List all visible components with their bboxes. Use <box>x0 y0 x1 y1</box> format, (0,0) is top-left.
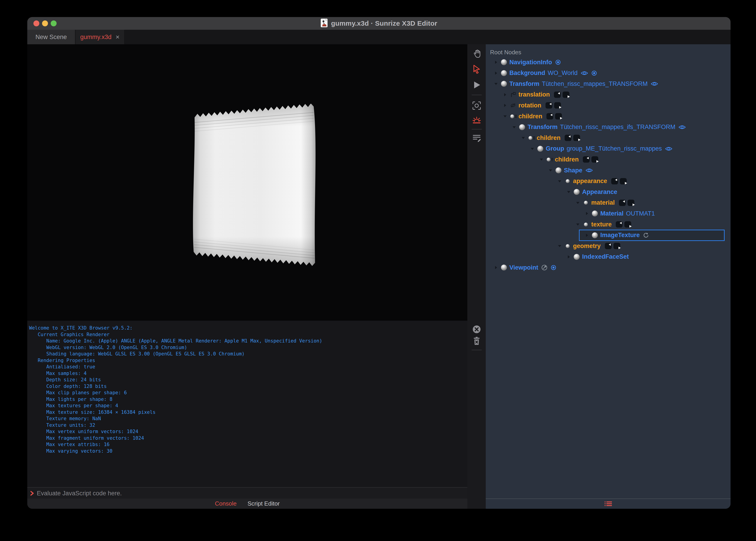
tree-row-viewpoint[interactable]: Viewpoint <box>486 262 731 273</box>
node-type-label[interactable]: IndexedFaceSet <box>582 253 629 260</box>
expander-icon[interactable] <box>557 176 562 187</box>
pouch-3d-model[interactable] <box>191 104 319 267</box>
expander-icon[interactable] <box>530 143 535 154</box>
tree-row-children[interactable]: children <box>486 111 731 122</box>
traffic-light-zoom[interactable] <box>51 20 57 26</box>
expander-icon[interactable] <box>493 68 498 79</box>
node-type-label[interactable]: ImageTexture <box>600 232 640 239</box>
expander-icon[interactable] <box>503 100 508 111</box>
tree-row-indexedfaceset[interactable]: IndexedFaceSet <box>486 252 731 262</box>
console-input[interactable]: Evaluate JavaScript code here. <box>37 490 122 497</box>
field-label[interactable]: children <box>537 135 561 142</box>
wrench-icon[interactable] <box>541 265 548 271</box>
node-type-label[interactable]: Viewpoint <box>509 264 538 271</box>
expander-icon[interactable] <box>493 78 498 89</box>
route-connectors-icon[interactable] <box>611 177 628 185</box>
bind-target-icon[interactable] <box>551 265 556 270</box>
tab-close-icon[interactable]: × <box>116 33 120 41</box>
node-type-label[interactable]: Background <box>509 70 545 77</box>
tree-row-appearance[interactable]: appearance <box>486 176 731 187</box>
tab-new-scene[interactable]: New Scene <box>27 30 75 44</box>
expander-icon[interactable] <box>493 57 498 68</box>
visibility-eye-icon[interactable] <box>651 81 658 87</box>
route-connectors-icon[interactable] <box>545 101 563 110</box>
route-connectors-icon[interactable] <box>554 91 571 99</box>
node-type-label[interactable]: NavigationInfo <box>509 59 552 66</box>
visibility-eye-icon[interactable] <box>665 146 673 152</box>
field-label[interactable]: translation <box>518 91 550 98</box>
node-def-name[interactable]: Tütchen_rissc_mappes_TRANSFORM <box>542 80 648 87</box>
expander-icon[interactable] <box>575 197 580 208</box>
expander-icon[interactable] <box>512 122 517 133</box>
list-icon[interactable] <box>604 501 612 508</box>
node-def-name[interactable]: Tütchen_rissc_mappes_ifs_TRANSFORM <box>560 124 675 131</box>
field-label[interactable]: rotation <box>518 102 541 109</box>
tree-row-texture[interactable]: texture <box>486 219 731 230</box>
visibility-eye-icon[interactable] <box>581 70 588 76</box>
field-label[interactable]: material <box>591 199 615 206</box>
expander-icon[interactable] <box>521 132 526 143</box>
visibility-eye-icon[interactable] <box>678 125 686 130</box>
expander-icon[interactable] <box>584 208 589 219</box>
field-label[interactable]: children <box>555 156 579 163</box>
node-type-label[interactable]: Material <box>600 210 623 217</box>
visibility-eye-icon[interactable] <box>585 168 593 173</box>
tree-row-children[interactable]: children <box>486 154 731 165</box>
route-connectors-icon[interactable] <box>546 112 563 120</box>
bind-target-icon[interactable] <box>591 70 597 76</box>
bind-target-icon[interactable] <box>555 59 561 65</box>
tree-row-geometry[interactable]: geometry <box>486 241 731 252</box>
expander-icon[interactable] <box>584 230 589 241</box>
field-label[interactable]: texture <box>591 221 612 228</box>
field-label[interactable]: geometry <box>573 243 601 250</box>
route-connectors-icon[interactable] <box>605 242 622 250</box>
node-type-label[interactable]: Transform <box>509 80 539 87</box>
node-type-label[interactable]: Transform <box>528 124 558 131</box>
clear-circle-x-icon[interactable] <box>472 324 481 334</box>
node-type-label[interactable]: Appearance <box>582 189 617 196</box>
play-icon[interactable] <box>472 80 482 90</box>
tree-row-appearance[interactable]: Appearance <box>486 187 731 197</box>
tree-row-translation[interactable]: translation <box>486 89 731 100</box>
tree-row-children[interactable]: children <box>486 132 731 143</box>
route-connectors-icon[interactable] <box>583 155 600 164</box>
tree-row-material[interactable]: material <box>486 197 731 208</box>
node-def-name[interactable]: WO_World <box>548 70 578 77</box>
3d-viewport[interactable] <box>27 44 467 321</box>
expander-icon[interactable] <box>566 187 571 197</box>
node-def-name[interactable]: group_ME_Tütchen_rissc_mappes <box>567 145 662 152</box>
script-edit-icon[interactable] <box>472 133 482 143</box>
trash-icon[interactable] <box>472 336 481 346</box>
snapshot-icon[interactable] <box>472 101 482 111</box>
tab-console[interactable]: Console <box>215 500 236 507</box>
select-arrow-icon[interactable] <box>472 64 482 74</box>
console-output[interactable]: Welcome to X_ITE X3D Browser v9.5.2: Cur… <box>27 321 467 487</box>
tree-row-background[interactable]: BackgroundWO_World <box>486 68 731 79</box>
sunrise-icon[interactable] <box>471 115 482 125</box>
tree-row-rotation[interactable]: rotation <box>486 100 731 111</box>
tab-script-editor[interactable]: Script Editor <box>248 500 280 507</box>
expander-icon[interactable] <box>557 241 562 252</box>
route-connectors-icon[interactable] <box>616 220 633 229</box>
field-label[interactable]: children <box>518 113 542 120</box>
expander-icon[interactable] <box>493 262 498 273</box>
tab-gummy-x3d[interactable]: gummy.x3d × <box>75 30 125 44</box>
tree-row-shape[interactable]: Shape <box>486 165 731 176</box>
tree-row-transform[interactable]: TransformTütchen_rissc_mappes_ifs_TRANSF… <box>486 122 731 133</box>
field-label[interactable]: appearance <box>573 178 607 185</box>
route-connectors-icon[interactable] <box>619 199 636 207</box>
expander-icon[interactable] <box>575 219 580 230</box>
tree-row-transform[interactable]: TransformTütchen_rissc_mappes_TRANSFORM <box>486 78 731 89</box>
tree-row-imagetexture[interactable]: ImageTexture <box>486 230 731 241</box>
traffic-light-minimize[interactable] <box>42 20 48 26</box>
expander-icon[interactable] <box>503 111 508 122</box>
expander-icon[interactable] <box>548 165 553 176</box>
node-type-label[interactable]: Shape <box>564 167 582 174</box>
tree-row-material[interactable]: MaterialOUTMAT1 <box>486 208 731 219</box>
tree-row-group[interactable]: Groupgroup_ME_Tütchen_rissc_mappes <box>486 143 731 154</box>
node-type-label[interactable]: Group <box>546 145 564 152</box>
console-prompt-row[interactable]: Evaluate JavaScript code here. <box>27 487 467 499</box>
expander-icon[interactable] <box>503 89 508 100</box>
tree-row-navigationinfo[interactable]: NavigationInfo <box>486 57 731 68</box>
node-def-name[interactable]: OUTMAT1 <box>626 210 655 217</box>
